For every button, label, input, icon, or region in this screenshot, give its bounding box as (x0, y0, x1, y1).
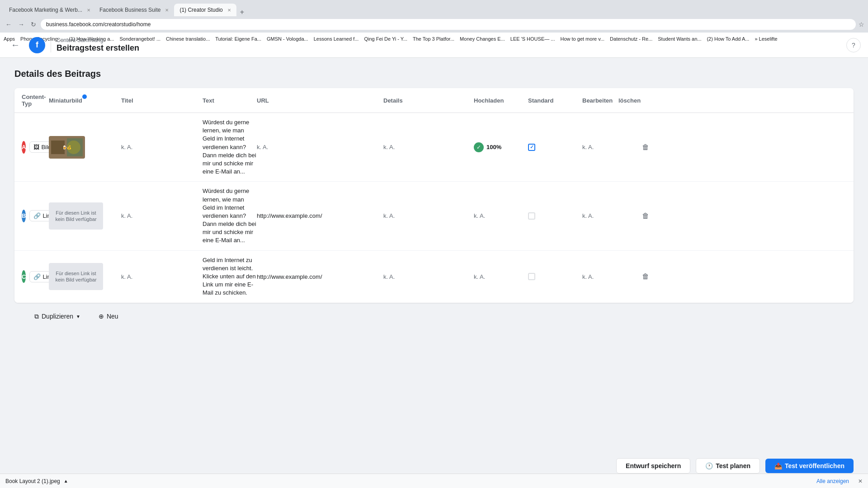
no-image-c: Für diesen Link ist kein Bild verfügbar (49, 263, 103, 290)
publish-icon: 📤 (774, 462, 782, 469)
bookmark-8[interactable]: Qing Fei De Yi - Y... (364, 36, 407, 42)
delete-button-b[interactable]: 🗑 (618, 212, 673, 220)
breadcrumb-link[interactable]: Content-Sammlung (57, 37, 139, 43)
duplicate-icon: ⧉ (34, 313, 39, 320)
download-item[interactable]: Book Layout 2 (1).jpeg ▲ (5, 478, 68, 484)
table-row: A 🖼 Bild ▼ 🍺💰 (14, 113, 854, 182)
section-title: Details des Beitrags (14, 69, 854, 79)
delete-button-a[interactable]: 🗑 (618, 143, 673, 151)
standard-checkbox-b[interactable] (528, 212, 535, 220)
download-chevron-icon[interactable]: ▲ (64, 479, 68, 483)
bookmark-15[interactable]: (2) How To Add A... (707, 36, 749, 42)
col-delete: löschen (618, 97, 673, 104)
bookmark-5[interactable]: Tutorial: Eigene Fa... (215, 36, 261, 42)
back-button[interactable]: ← (7, 38, 24, 52)
upload-percent-a: 100% (486, 144, 501, 150)
url-a: k. A. (257, 144, 383, 150)
bookmark-13[interactable]: Datenschutz - Re... (610, 36, 652, 42)
thumbnail-c: Für diesen Link ist kein Bild verfügbar (49, 263, 121, 290)
text-b: Würdest du gerne lernen, wie man Geld im… (203, 187, 257, 244)
new-tab-button[interactable]: + (236, 8, 248, 16)
no-image-b: Für diesen Link ist kein Bild verfügbar (49, 202, 103, 230)
browser-tab-1[interactable]: Facebook Marketing & Werb... ✕ (4, 4, 94, 16)
reload-button[interactable]: ↻ (29, 19, 38, 30)
bookmark-star-icon[interactable]: ☆ (859, 21, 864, 28)
thumbnail-b: Für diesen Link ist kein Bild verfügbar (49, 202, 121, 230)
row-letter-b: B (22, 210, 26, 222)
bookmark-14[interactable]: Student Wants an... (658, 36, 701, 42)
standard-c[interactable] (528, 273, 582, 280)
forward-nav-button[interactable]: → (16, 19, 26, 30)
title-c: k. A. (121, 273, 203, 280)
col-standard: Standard (528, 97, 582, 104)
row-c-type-cell: C 🔗 Link ▼ (22, 270, 49, 283)
browser-tab-3[interactable]: (1) Creator Studio ✕ (174, 4, 236, 16)
check-icon: ✓ (474, 142, 484, 152)
duplicate-button[interactable]: ⧉ Duplizieren ▼ (29, 310, 86, 323)
col-title: Titel (121, 97, 203, 104)
bookmark-7[interactable]: Lessons Learned f... (314, 36, 359, 42)
tab-label: Facebook Marketing & Werb... (9, 7, 82, 13)
url-c: http://www.example.com/ (257, 273, 383, 280)
back-nav-button[interactable]: ← (4, 19, 14, 30)
sort-indicator (82, 94, 87, 99)
details-b: k. A. (383, 212, 474, 219)
tab-close-1[interactable]: ✕ (87, 8, 90, 13)
standard-b[interactable] (528, 212, 582, 220)
details-c: k. A. (383, 273, 474, 280)
bookmark-more[interactable]: » Leselifte (755, 36, 777, 42)
draft-button[interactable]: Entwurf speichern (616, 458, 690, 474)
bookmark-11[interactable]: LEE 'S HOUSE— ... (510, 36, 555, 42)
download-bar: Book Layout 2 (1).jpeg ▲ Alle anzeigen ✕ (0, 474, 868, 488)
publish-label: Test veröffentlichen (785, 462, 844, 469)
publish-button[interactable]: 📤 Test veröffentlichen (765, 459, 854, 473)
standard-a[interactable] (528, 144, 582, 151)
url-b: http://www.example.com/ (257, 212, 383, 219)
details-a: k. A. (383, 144, 474, 150)
main-content: Details des Beitrags Content-Typ Miniatu… (0, 58, 868, 474)
bookmark-10[interactable]: Money Changes E... (460, 36, 505, 42)
bookmark-9[interactable]: The Top 3 Platfor... (413, 36, 454, 42)
help-button[interactable]: ? (846, 38, 861, 52)
link-icon-c: 🔗 (33, 273, 41, 280)
upload-b: k. A. (474, 212, 528, 219)
close-download-bar-icon[interactable]: ✕ (858, 478, 863, 484)
row-letter-a: A (22, 141, 26, 154)
link-icon-b: 🔗 (33, 212, 41, 219)
text-a: Würdest du gerne lernen, wie man Geld im… (203, 118, 257, 176)
col-details: Details (383, 97, 474, 104)
tab-close-3[interactable]: ✕ (227, 8, 231, 13)
table-header: Content-Typ Miniaturbild Titel Text URL … (14, 88, 854, 113)
delete-button-c[interactable]: 🗑 (618, 272, 673, 281)
svg-text:🍺💰: 🍺💰 (62, 145, 71, 150)
row-b-type-cell: B 🔗 Link ▼ (22, 210, 49, 222)
see-all-downloads[interactable]: Alle anzeigen (816, 478, 849, 484)
download-filename: Book Layout 2 (1).jpeg (5, 478, 60, 484)
col-content-type: Content-Typ (22, 94, 49, 107)
standard-checkbox-a[interactable] (528, 144, 535, 151)
new-button[interactable]: ⊕ Neu (93, 310, 124, 323)
row-letter-c: C (22, 270, 26, 283)
schedule-button[interactable]: 🕐 Test planen (696, 458, 760, 474)
bookmark-4[interactable]: Chinese translatio... (166, 36, 210, 42)
upload-a: ✓ 100% (474, 142, 528, 152)
upload-c: k. A. (474, 273, 528, 280)
table-row: C 🔗 Link ▼ Für diesen Link ist kein Bild… (14, 251, 854, 303)
col-upload: Hochladen (474, 97, 528, 104)
tab-label: (1) Creator Studio (179, 7, 222, 13)
title-b: k. A. (121, 212, 203, 219)
browser-tab-2[interactable]: Facebook Business Suite ✕ (94, 4, 174, 16)
plus-icon: ⊕ (99, 313, 104, 320)
standard-checkbox-c[interactable] (528, 273, 535, 280)
clock-icon: 🕐 (705, 462, 713, 469)
tab-label: Facebook Business Suite (99, 7, 160, 13)
bottom-actions: ⧉ Duplizieren ▼ ⊕ Neu (14, 303, 854, 330)
tab-close-2[interactable]: ✕ (165, 8, 169, 13)
new-label: Neu (107, 313, 118, 320)
url-bar[interactable] (41, 19, 856, 30)
title-a: k. A. (121, 144, 203, 150)
bookmark-6[interactable]: GMSN - Vologda... (267, 36, 308, 42)
col-edit: Bearbeiten (582, 97, 618, 104)
bookmark-12[interactable]: How to get more v... (560, 36, 604, 42)
col-text: Text (203, 97, 257, 104)
